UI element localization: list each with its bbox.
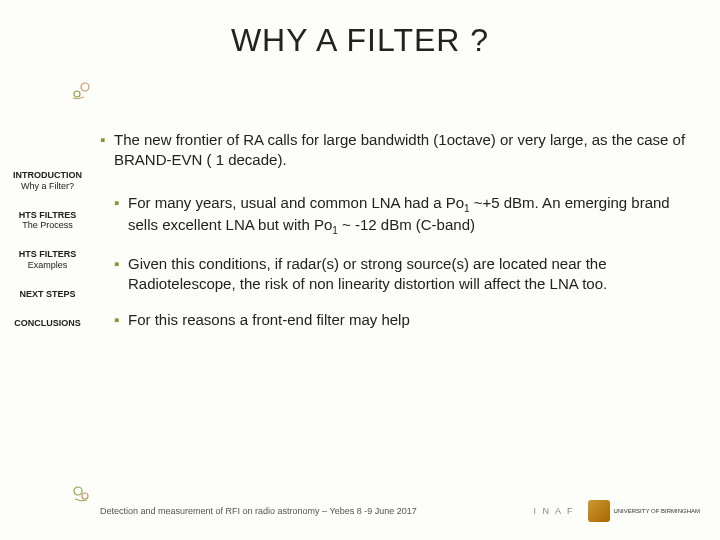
bullet-mark-icon: ▪ — [114, 310, 128, 330]
svg-point-3 — [82, 493, 88, 499]
birmingham-logo: UNIVERSITY OF BIRMINGHAM — [588, 500, 700, 522]
nav-sidebar: INTRODUCTION Why a Filter? HTS FILTRES T… — [0, 170, 95, 346]
nav-sub: Examples — [0, 260, 95, 271]
nav-sub: Why a Filter? — [0, 181, 95, 192]
nav-sub: The Process — [0, 220, 95, 231]
bullet-4: ▪ For this reasons a front-end filter ma… — [114, 310, 700, 330]
inaf-logo: I N A F — [533, 506, 574, 516]
svg-point-1 — [74, 91, 80, 97]
nav-head: HTS FILTRES — [0, 210, 95, 221]
bullet-mark-icon: ▪ — [100, 130, 114, 171]
svg-point-0 — [81, 83, 89, 91]
slide-content: ▪ The new frontier of RA calls for large… — [100, 130, 700, 346]
bullet-text: Given this conditions, if radar(s) or st… — [128, 254, 700, 295]
footer-logos: I N A F UNIVERSITY OF BIRMINGHAM — [533, 500, 700, 522]
bullet-1: ▪ The new frontier of RA calls for large… — [100, 130, 700, 171]
nav-head: INTRODUCTION — [0, 170, 95, 181]
slide-footer: Detection and measurement of RFI on radi… — [100, 500, 700, 522]
crest-icon — [588, 500, 610, 522]
bullet-text: For this reasons a front-end filter may … — [128, 310, 700, 330]
nav-head: HTS FILTERS — [0, 249, 95, 260]
slide-title: WHY A FILTER ? — [0, 22, 720, 59]
birmingham-text: UNIVERSITY OF BIRMINGHAM — [613, 508, 700, 514]
nav-head: NEXT STEPS — [0, 289, 95, 300]
bullet-text: For many years, usual and common LNA had… — [128, 193, 700, 238]
nav-item-hts-filtres: HTS FILTRES The Process — [0, 210, 95, 232]
footer-text: Detection and measurement of RFI on radi… — [100, 506, 417, 516]
bullet-mark-icon: ▪ — [114, 254, 128, 295]
nav-head: CONCLUSIONS — [0, 318, 95, 329]
text-part: ~ -12 dBm (C-band) — [338, 216, 475, 233]
ornament-top-icon — [70, 80, 92, 102]
bullet-2: ▪ For many years, usual and common LNA h… — [114, 193, 700, 238]
nav-item-hts-filters: HTS FILTERS Examples — [0, 249, 95, 271]
svg-point-2 — [74, 487, 82, 495]
ornament-bottom-icon — [70, 483, 92, 505]
nav-item-next-steps: NEXT STEPS — [0, 289, 95, 300]
nav-item-introduction: INTRODUCTION Why a Filter? — [0, 170, 95, 192]
text-part: For many years, usual and common LNA had… — [128, 194, 464, 211]
bullet-3: ▪ Given this conditions, if radar(s) or … — [114, 254, 700, 295]
bullet-text: The new frontier of RA calls for large b… — [114, 130, 700, 171]
bullet-mark-icon: ▪ — [114, 193, 128, 238]
nav-item-conclusions: CONCLUSIONS — [0, 318, 95, 329]
